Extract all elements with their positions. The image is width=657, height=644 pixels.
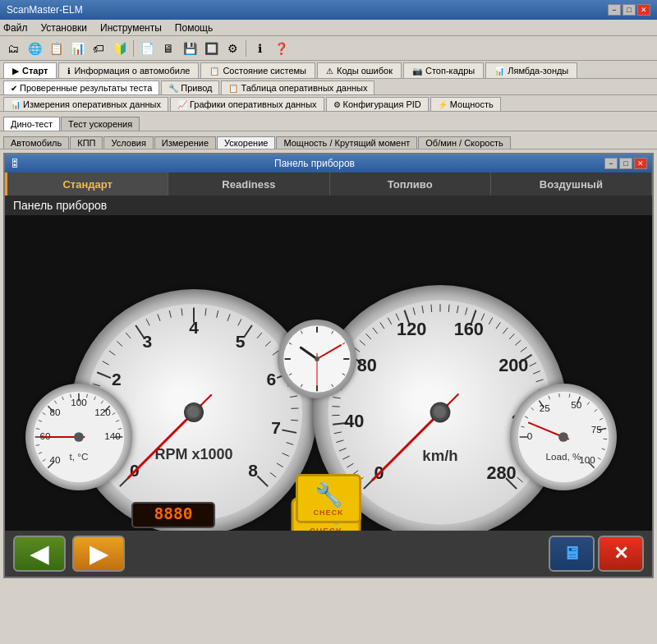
charts-icon: 📈 — [177, 100, 187, 109]
toolbar-btn-7[interactable]: 📄 — [137, 39, 157, 58]
tab-pid-config[interactable]: ⚙ Конфигурация PID — [326, 97, 429, 111]
power-icon: ⚡ — [438, 100, 448, 109]
toolbar-btn-6[interactable]: 🔰 — [110, 39, 130, 58]
inner-window-title: Панель приборов — [274, 158, 355, 169]
exit-button[interactable]: ✕ — [598, 536, 644, 572]
tab-strip-4: Автомобиль КПП Условия Измерение Ускорен… — [0, 131, 657, 150]
drive-icon: 🔧 — [168, 84, 178, 93]
tab-car[interactable]: Автомобиль — [3, 136, 69, 149]
toolbar-btn-10[interactable]: 🔲 — [201, 39, 221, 58]
tab-freeze[interactable]: 📷 Стоп-кадры — [403, 62, 484, 78]
bottom-right-btns: 🖥 ✕ — [549, 536, 644, 572]
toolbar-btn-2[interactable]: 🌐 — [25, 39, 44, 58]
tab-conditions[interactable]: Условия — [103, 136, 153, 149]
tab-accel-test[interactable]: Тест ускорения — [61, 117, 140, 131]
status-icon: 📋 — [209, 67, 219, 76]
tab-power[interactable]: ⚡ Мощность — [430, 97, 501, 111]
title-controls: − □ ✕ — [608, 4, 650, 16]
tab-drive[interactable]: 🔧 Привод — [161, 80, 219, 94]
tab-opdata-table[interactable]: 📋 Таблица оперативных данных — [221, 80, 374, 94]
toolbar-btn-3[interactable]: 📋 — [46, 39, 66, 58]
panel-tab-air[interactable]: Воздушный — [491, 172, 652, 196]
toolbar: 🗂 🌐 📋 📊 🏷 🔰 📄 🖥 💾 🔲 ⚙ ℹ ❓ — [0, 36, 657, 61]
info-icon: ℹ — [67, 67, 71, 76]
toolbar-btn-1[interactable]: 🗂 — [3, 39, 23, 58]
tab-gearbox[interactable]: КПП — [70, 136, 103, 149]
panel-tabs: Стандарт Readiness Топливо Воздушный — [5, 172, 652, 196]
start-icon: ▶ — [12, 67, 19, 76]
menu-tools[interactable]: Инструменты — [100, 22, 162, 34]
menu-settings[interactable]: Установки — [41, 22, 87, 34]
menu-file[interactable]: Файл — [3, 22, 28, 34]
table-icon: 📋 — [228, 84, 238, 93]
toolbar-btn-9[interactable]: 💾 — [180, 39, 200, 58]
tab-opdata-charts[interactable]: 📈 Графики оперативных данных — [170, 97, 324, 111]
toolbar-btn-8[interactable]: 🖥 — [159, 39, 178, 58]
tab-strip-1: ▶ Старт ℹ Информация о автомобиле 📋 Сост… — [0, 61, 657, 79]
dashboard: 🔧 CHECK — [5, 215, 652, 577]
menu-help[interactable]: Помощь — [175, 22, 213, 34]
title-bar: ScanMaster-ELM − □ ✕ — [0, 0, 657, 20]
inner-window: 🎛 Панель приборов − □ ✕ Стандарт Readine… — [3, 153, 654, 578]
inner-title-bar: 🎛 Панель приборов − □ ✕ — [5, 154, 652, 172]
inner-maximize[interactable]: □ — [619, 158, 632, 169]
tab-start[interactable]: ▶ Старт — [3, 62, 57, 78]
meas-icon: 📊 — [11, 100, 21, 109]
toolbar-btn-5[interactable]: 🏷 — [89, 39, 108, 58]
warning-icon: ⚠ — [326, 67, 333, 76]
close-btn[interactable]: ✕ — [637, 4, 650, 16]
tab-strip-2: ✔ Проверенные результаты теста 🔧 Привод … — [0, 79, 657, 95]
bottom-bar: ◀ ▶ 🖥 ✕ — [5, 531, 652, 577]
tab-strip-2b: 📊 Измерения оперативных данных 📈 Графики… — [0, 95, 657, 112]
panel-title: Панель приборов — [5, 196, 652, 215]
tab-carinfo[interactable]: ℹ Информация о автомобиле — [58, 62, 199, 78]
tab-power-torque[interactable]: Мощность / Крутящий момент — [276, 136, 417, 149]
tab-status[interactable]: 📋 Состояние системы — [200, 62, 315, 78]
bottom-left-btns: ◀ ▶ — [13, 536, 125, 572]
inner-window-icon: 🎛 — [10, 158, 20, 169]
tab-test-results[interactable]: ✔ Проверенные результаты теста — [3, 80, 159, 94]
separator-1 — [133, 40, 134, 57]
check-engine-light: 🔧 CHECK — [296, 474, 361, 523]
back-button[interactable]: ◀ — [13, 536, 66, 572]
freeze-icon: 📷 — [412, 67, 422, 76]
toolbar-btn-4[interactable]: 📊 — [67, 39, 87, 58]
tab-errors[interactable]: ⚠ Коды ошибок — [317, 62, 402, 78]
panel-tab-readiness[interactable]: Readiness — [168, 172, 329, 196]
check-icon: ✔ — [11, 84, 17, 93]
engine-icon: 🔧 — [315, 481, 343, 508]
panel-tab-fuel[interactable]: Топливо — [330, 172, 491, 196]
tab-strip-3: Дино-тест Тест ускорения — [0, 112, 657, 131]
minimize-btn[interactable]: − — [608, 4, 621, 16]
forward-button[interactable]: ▶ — [72, 536, 125, 572]
inner-close[interactable]: ✕ — [634, 158, 647, 169]
toolbar-btn-help[interactable]: ❓ — [271, 39, 291, 58]
tab-rpm-speed[interactable]: Об/мин / Скорость — [418, 136, 510, 149]
toolbar-btn-info[interactable]: ℹ — [250, 39, 269, 58]
separator-2 — [246, 40, 246, 57]
tab-lambda[interactable]: 📊 Лямбда-зонды — [485, 62, 577, 78]
toolbar-btn-11[interactable]: ⚙ — [223, 39, 242, 58]
app-title: ScanMaster-ELM — [7, 4, 83, 16]
panel-tab-standard[interactable]: Стандарт — [5, 172, 168, 196]
check-text: CHECK — [313, 508, 343, 517]
monitor-button[interactable]: 🖥 — [549, 536, 595, 572]
tab-dino[interactable]: Дино-тест — [3, 117, 60, 131]
menu-bar: Файл Установки Инструменты Помощь — [0, 20, 657, 36]
lambda-icon: 📊 — [494, 67, 504, 76]
pid-icon: ⚙ — [333, 100, 341, 109]
tab-acceleration[interactable]: Ускорение — [217, 136, 275, 149]
tab-opdata-meas[interactable]: 📊 Измерения оперативных данных — [3, 97, 168, 111]
tab-measurement[interactable]: Измерение — [154, 136, 216, 149]
maximize-btn[interactable]: □ — [623, 4, 636, 16]
inner-minimize[interactable]: − — [604, 158, 618, 169]
inner-controls: − □ ✕ — [604, 158, 647, 169]
